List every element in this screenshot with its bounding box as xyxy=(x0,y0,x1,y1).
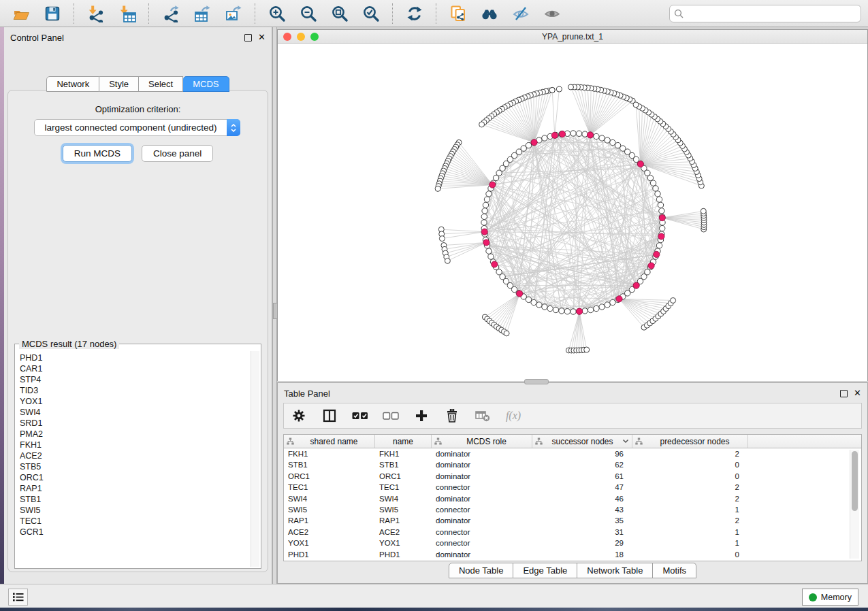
function-builder-button[interactable]: f(x) xyxy=(505,408,521,424)
table-panel-header: Table Panel ✕ xyxy=(278,383,867,403)
open-file-button[interactable] xyxy=(7,3,35,24)
show-columns-button[interactable] xyxy=(321,408,338,424)
export-network-button[interactable] xyxy=(157,3,185,24)
delete-table-button[interactable] xyxy=(475,408,491,424)
cell-filler xyxy=(748,471,861,482)
table-tabs: Node Table Edge Table Network Table Moti… xyxy=(278,563,867,578)
horizontal-splitter-grip[interactable] xyxy=(524,379,549,384)
mcds-result-list[interactable]: PHD1CAR1STP4TID3YOX1SWI4SRD1PMA2FKH1ACE2… xyxy=(17,352,250,566)
search-box[interactable] xyxy=(669,5,861,22)
close-panel-icon[interactable]: ✕ xyxy=(854,390,861,397)
new-network-from-selection-button[interactable] xyxy=(444,3,472,24)
minimize-window-icon[interactable] xyxy=(297,33,305,41)
mcds-result-item[interactable]: CAR1 xyxy=(17,363,250,374)
column-header-predecessor-nodes[interactable]: predecessor nodes xyxy=(632,435,748,448)
apply-layout-button[interactable] xyxy=(400,3,429,24)
mcds-result-item[interactable]: RAP1 xyxy=(17,483,250,494)
run-mcds-button[interactable]: Run MCDS xyxy=(63,145,132,162)
export-table-button[interactable] xyxy=(188,3,216,24)
table-row[interactable]: YOX1 YOX1 connector 29 1 xyxy=(284,538,861,548)
mcds-result-item[interactable]: SRD1 xyxy=(17,418,250,429)
table-row[interactable]: PHD1 PHD1 dominator 18 0 xyxy=(284,549,861,560)
float-window-icon[interactable] xyxy=(244,34,252,42)
import-table-button[interactable] xyxy=(113,3,142,24)
mcds-result-item[interactable]: SWI5 xyxy=(17,505,250,516)
network-window-titlebar[interactable]: YPA_prune.txt_1 xyxy=(278,30,867,44)
show-all-button[interactable] xyxy=(538,3,566,24)
mcds-result-item[interactable]: TID3 xyxy=(17,385,250,396)
tab-motifs[interactable]: Motifs xyxy=(653,563,696,578)
mcds-result-item[interactable]: GCR1 xyxy=(17,527,250,538)
cell-shared-name: ACE2 xyxy=(284,527,375,538)
table-row[interactable]: ORC1 ORC1 dominator 61 0 xyxy=(284,471,861,482)
mcds-result-item[interactable]: SWI4 xyxy=(17,407,250,418)
zoom-in-icon xyxy=(268,5,286,22)
mcds-result-item[interactable]: PHD1 xyxy=(17,352,250,363)
table-scrollbar[interactable] xyxy=(850,450,859,559)
column-header-successor-nodes[interactable]: successor nodes xyxy=(532,435,632,448)
network-canvas[interactable] xyxy=(278,44,867,381)
tab-edge-table[interactable]: Edge Table xyxy=(513,563,577,578)
cell-shared-name: RAP1 xyxy=(284,515,375,526)
table-row[interactable]: RAP1 RAP1 dominator 35 2 xyxy=(284,515,861,526)
cell-mcds-role: dominator xyxy=(432,448,532,459)
tab-node-table[interactable]: Node Table xyxy=(449,563,514,578)
mcds-result-item[interactable]: ACE2 xyxy=(17,450,250,461)
table-row[interactable]: SWI4 SWI4 dominator 46 2 xyxy=(284,493,861,504)
column-header-shared-name[interactable]: shared name xyxy=(284,435,375,448)
memory-button[interactable]: Memory xyxy=(802,589,858,606)
float-window-icon[interactable] xyxy=(840,390,848,397)
mcds-result-item[interactable]: ORC1 xyxy=(17,472,250,483)
mcds-list-scrollbar[interactable] xyxy=(251,351,259,567)
tab-mcds[interactable]: MCDS xyxy=(183,76,229,92)
select-all-button[interactable] xyxy=(352,408,368,424)
tab-network-table[interactable]: Network Table xyxy=(577,563,653,578)
hide-selected-button[interactable] xyxy=(507,3,535,24)
mcds-result-item[interactable]: PMA2 xyxy=(17,429,250,440)
mcds-result-item[interactable]: YOX1 xyxy=(17,396,250,407)
table-row[interactable]: TEC1 TEC1 connector 47 2 xyxy=(284,482,861,493)
close-panel-icon[interactable]: ✕ xyxy=(258,34,266,41)
attribute-settings-button[interactable] xyxy=(291,408,307,424)
zoom-fit-button[interactable] xyxy=(325,3,354,24)
delete-selected-button[interactable] xyxy=(444,408,460,424)
table-row[interactable]: SWI5 SWI5 connector 43 1 xyxy=(284,504,861,515)
optimization-criterion-select[interactable]: largest connected component (undirected) xyxy=(34,119,240,136)
mcds-result-item[interactable]: STB1 xyxy=(17,494,250,505)
cell-mcds-role: dominator xyxy=(432,549,532,560)
add-row-button[interactable] xyxy=(413,408,430,424)
column-header-MCDS-role[interactable]: MCDS role xyxy=(432,435,532,448)
cell-name: SWI4 xyxy=(375,493,432,504)
search-input[interactable] xyxy=(686,7,856,19)
mcds-result-item[interactable]: TEC1 xyxy=(17,516,250,527)
table-row[interactable]: STB1 STB1 dominator 62 0 xyxy=(284,459,861,470)
zoom-out-button[interactable] xyxy=(294,3,323,24)
table-scrollbar-thumb[interactable] xyxy=(852,451,858,511)
first-neighbors-button[interactable] xyxy=(475,3,504,24)
import-network-button[interactable] xyxy=(82,3,110,24)
control-panel-tabs: Network Style Select MCDS xyxy=(4,76,272,92)
toolbar-separator xyxy=(74,3,75,24)
table-row[interactable]: ACE2 ACE2 connector 31 1 xyxy=(284,527,861,538)
zoom-selected-button[interactable] xyxy=(357,3,385,24)
column-header-name[interactable]: name xyxy=(375,435,432,448)
zoom-in-button[interactable] xyxy=(263,3,291,24)
task-history-button[interactable] xyxy=(8,589,28,606)
column-label: MCDS role xyxy=(444,437,529,446)
deselect-all-button[interactable] xyxy=(383,408,399,424)
network-graph[interactable] xyxy=(278,44,867,381)
close-panel-button[interactable]: Close panel xyxy=(142,145,213,162)
tab-network[interactable]: Network xyxy=(46,76,99,92)
close-window-icon[interactable] xyxy=(283,33,291,41)
vertical-splitter[interactable] xyxy=(272,27,277,584)
export-image-button[interactable] xyxy=(219,3,248,24)
mcds-result-item[interactable]: FKH1 xyxy=(17,440,250,450)
save-session-button[interactable] xyxy=(38,3,67,24)
tab-style[interactable]: Style xyxy=(99,76,139,92)
cell-shared-name: TEC1 xyxy=(284,482,375,493)
maximize-window-icon[interactable] xyxy=(310,33,319,41)
table-row[interactable]: FKH1 FKH1 dominator 96 2 xyxy=(284,448,861,459)
mcds-result-item[interactable]: STB5 xyxy=(17,461,250,472)
mcds-result-item[interactable]: STP4 xyxy=(17,374,250,385)
tab-select[interactable]: Select xyxy=(139,76,183,92)
